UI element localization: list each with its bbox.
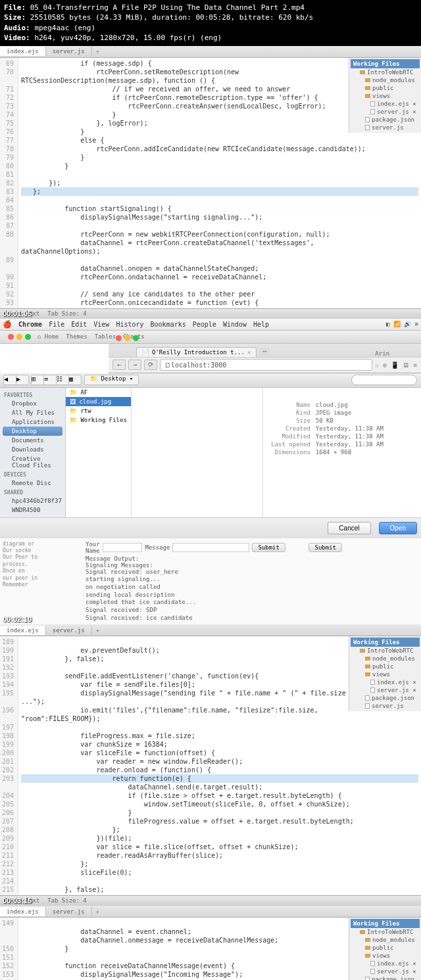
finder-sidebar-item[interactable]: Documents [3, 436, 62, 445]
new-tab-button[interactable]: ⋯ [259, 348, 270, 357]
forward-button[interactable]: → [128, 360, 141, 370]
tree-item[interactable]: package.json [351, 116, 420, 124]
finder-search[interactable] [351, 375, 417, 385]
desktop-section: 🍎 Chrome FileEditViewHistoryBookmarksPeo… [0, 319, 421, 625]
project-folder-2[interactable]: IntroToWebRTC [351, 647, 420, 655]
favorites-label: FAVORITES [3, 390, 62, 399]
project-folder[interactable]: IntroToWebRTC [351, 68, 420, 76]
tree-item[interactable]: node_modules [351, 655, 420, 663]
editor-tab-bar: index.ejs server.js + [0, 46, 421, 58]
menu-bookmarks[interactable]: Bookmarks [151, 321, 186, 328]
submit-button-1[interactable]: Submit [252, 543, 285, 552]
tree-item[interactable]: index.ejs × [351, 678, 420, 686]
menu-window[interactable]: Window [223, 321, 247, 328]
cancel-button[interactable]: Cancel [328, 522, 370, 534]
working-files-header[interactable]: Working Files [351, 59, 420, 68]
message-label: Message [145, 544, 170, 551]
browser-user[interactable]: Arin [375, 350, 395, 357]
finder-window: FAVORITES DropboxAll My FilesApplication… [0, 388, 421, 517]
side-cutoff-text: diagram erOur sockeOur Peer toprocess.On… [3, 541, 82, 589]
tree-item[interactable]: server.js [351, 124, 420, 131]
working-files-header-2[interactable]: Working Files [351, 638, 420, 647]
tab-close-icon[interactable]: × [247, 349, 251, 356]
editor-status-bar-2: Plain TextTab Size: 4 [0, 895, 421, 906]
reload-button[interactable]: ⟳ [144, 360, 157, 370]
active-app[interactable]: Chrome [18, 321, 42, 328]
message-input[interactable] [172, 543, 249, 552]
tree-item[interactable]: public [351, 84, 420, 92]
project-folder-3[interactable]: IntroToWebRTC [351, 928, 420, 936]
tab-add-icon-2[interactable]: + [92, 626, 103, 635]
finder-sidebar-item[interactable]: Desktop [3, 427, 62, 436]
submit-button-2[interactable]: Submit [309, 543, 342, 552]
output-label: Message Output: [86, 555, 342, 562]
file-tree-sidebar: Working Files IntroToWebRTC node_modules… [349, 58, 421, 133]
finder-file-item[interactable]: 📁 AF [66, 388, 131, 397]
finder-sidebar-item[interactable]: Applications [3, 417, 62, 427]
open-button[interactable]: Open [379, 522, 417, 534]
url-actions[interactable]: ☆ ⊕ 📱 🖥 ≡ [375, 362, 417, 369]
tree-item[interactable]: node_modules [351, 76, 420, 84]
view-seg[interactable]: ⊞≡☷▦ [32, 375, 82, 385]
tree-item[interactable]: server.js × [351, 968, 420, 975]
finder-sidebar-item[interactable]: All My Files [3, 408, 62, 417]
finder-sidebar-item[interactable]: Dropbox [3, 399, 62, 408]
editor-tab-bar-3: index.ejs server.js + [0, 906, 421, 918]
finder-col-2[interactable] [132, 388, 263, 517]
finder-sidebar-item[interactable]: Downloads [3, 445, 62, 454]
back-button[interactable]: ← [112, 360, 126, 370]
tree-item[interactable]: index.ejs × [351, 960, 420, 968]
video-metadata: File: 05_04-Transferring A File P2P Usin… [0, 0, 421, 46]
browser-traffic-lights[interactable] [112, 333, 143, 343]
finder-shared-item[interactable]: WNDR4500 [3, 505, 62, 515]
tree-item[interactable]: public [351, 944, 420, 952]
tab-server-3[interactable]: server.js [46, 907, 92, 916]
apple-icon[interactable]: 🍎 [3, 320, 12, 329]
tree-item[interactable]: views [351, 92, 420, 100]
page-icon: 🗋 [164, 362, 171, 369]
tab-index-3[interactable]: index.ejs [0, 907, 46, 916]
menu-history[interactable]: History [116, 321, 143, 328]
tab-add-icon[interactable]: + [92, 47, 103, 56]
status-tab-size[interactable]: Tab Size: 4 [47, 310, 87, 317]
tree-item[interactable]: server.js × [351, 108, 420, 116]
tree-item[interactable]: server.js [351, 702, 420, 710]
finder-file-item[interactable]: 🖼 cloud.jpg [66, 397, 131, 406]
tab-server[interactable]: server.js [46, 47, 92, 56]
tree-item[interactable]: views [351, 670, 420, 678]
finder-file-item[interactable]: 📁 rtw [66, 406, 131, 415]
signal-log: Signal received: user_herestarting signa… [86, 569, 342, 622]
tab-server-2[interactable]: server.js [46, 626, 92, 635]
tree-item[interactable]: public [351, 663, 420, 670]
menu-file[interactable]: File [49, 321, 64, 328]
tree-item[interactable]: package.json [351, 694, 420, 702]
menu-icons[interactable]: ◧ 📶 🔊 ≡ [386, 321, 418, 327]
finder-device[interactable]: Remote Disc [3, 478, 62, 488]
tab-add-icon-3[interactable]: + [92, 907, 103, 916]
tree-item[interactable]: views [351, 952, 420, 960]
folder-icon [360, 70, 365, 74]
tree-item[interactable]: package.json [351, 975, 420, 980]
tab-index[interactable]: index.ejs [0, 47, 46, 56]
menu-people[interactable]: People [193, 321, 216, 328]
finder-view-toolbar: ◀▶ ⊞≡☷▦ 📁 Desktop ▾ [0, 373, 421, 388]
finder-sidebar-item[interactable]: Creative Cloud Files [3, 454, 62, 470]
name-input[interactable] [103, 543, 142, 552]
finder-file-item[interactable]: 📁 Working Files [66, 415, 131, 425]
menu-view[interactable]: View [93, 321, 109, 328]
browser-tab[interactable]: 📄 O'Reilly Introduction t... × [136, 347, 257, 357]
file-details: Namecloud.jpg KindJPEG image Size50 KB C… [263, 388, 421, 517]
nav-seg[interactable]: ◀▶ [4, 375, 29, 385]
url-bar[interactable]: 🗋 localhost:3000 [160, 359, 372, 371]
finder-col-1[interactable]: 📁 AF🖼 cloud.jpg📁 rtw📁 Working Files [66, 388, 132, 517]
working-files-header-3[interactable]: Working Files [351, 919, 420, 928]
tree-item[interactable]: node_modules [351, 936, 420, 944]
path-dropdown[interactable]: 📁 Desktop ▾ [84, 375, 139, 385]
tree-item[interactable]: server.js × [351, 686, 420, 694]
menu-help[interactable]: Help [253, 321, 269, 328]
menu-edit[interactable]: Edit [71, 321, 87, 328]
tree-item[interactable]: index.ejs × [351, 100, 420, 108]
finder-shared-item[interactable]: hpc4346b2f8f37 [3, 496, 62, 505]
traffic-lights[interactable] [4, 332, 35, 342]
tab-index-2[interactable]: index.ejs [0, 626, 46, 635]
